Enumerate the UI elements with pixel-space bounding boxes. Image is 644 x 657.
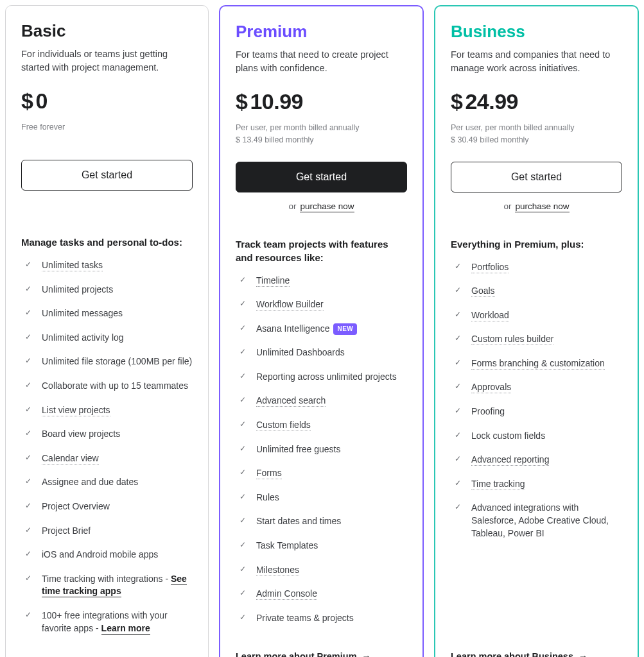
feature-item: Custom fields xyxy=(239,419,407,432)
feature-item: Task Templates xyxy=(239,540,407,552)
feature-label[interactable]: Workflow Builder xyxy=(256,299,324,311)
feature-label[interactable]: Approvals xyxy=(471,382,511,393)
feature-label[interactable]: Custom rules builder xyxy=(471,334,553,345)
feature-item: iOS and Android mobile apps xyxy=(25,549,193,561)
purchase-now-link[interactable]: purchase now xyxy=(515,201,569,212)
feature-item: Advanced reporting xyxy=(455,454,622,466)
plan-subprice: Per user, per month billed annually $ 13… xyxy=(236,122,407,146)
learn-more-link[interactable]: Learn more about Business→ xyxy=(451,651,622,657)
purchase-row xyxy=(21,200,193,212)
feature-label[interactable]: Calendar view xyxy=(42,453,99,465)
plan-card-premium: Premium For teams that need to create pr… xyxy=(219,5,424,657)
feature-label: Advanced integrations with Salesforce, A… xyxy=(471,502,609,538)
feature-trail-link[interactable]: Learn more xyxy=(101,623,150,635)
feature-item: Admin Console xyxy=(239,588,407,601)
feature-item: Unlimited free guests xyxy=(239,443,407,456)
plan-desc: For teams that need to create project pl… xyxy=(236,48,407,76)
feature-item: Unlimited file storage (100MB per file) xyxy=(25,355,193,368)
get-started-button[interactable]: Get started xyxy=(451,162,622,192)
feature-item: List view projects xyxy=(25,404,193,417)
purchase-row: orpurchase now xyxy=(451,201,622,214)
feature-item: Start dates and times xyxy=(239,515,407,528)
feature-label[interactable]: Admin Console xyxy=(256,588,317,600)
feature-label: Lock custom fields xyxy=(471,431,545,441)
feature-label[interactable]: Custom fields xyxy=(256,420,311,431)
feature-label: Time tracking with integrations - xyxy=(42,574,171,584)
learn-more-link[interactable]: Learn more about Premium→ xyxy=(236,651,407,657)
get-started-button[interactable]: Get started xyxy=(21,160,193,191)
feature-label[interactable]: Advanced reporting xyxy=(471,454,549,466)
feature-item: Board view projects xyxy=(25,428,193,441)
features-heading: Track team projects with features and re… xyxy=(236,237,407,264)
feature-label: Proofing xyxy=(471,406,505,416)
purchase-now-link[interactable]: purchase now xyxy=(300,201,354,212)
feature-item: Private teams & projects xyxy=(239,612,407,625)
features-list: Unlimited tasksUnlimited projectsUnlimit… xyxy=(21,259,193,657)
feature-item: Project Overview xyxy=(25,500,193,513)
feature-label: Board view projects xyxy=(42,429,120,439)
feature-label: Collaborate with up to 15 teammates xyxy=(42,380,188,391)
feature-item: Asana IntelligenceNEW xyxy=(239,323,407,336)
feature-item: Custom rules builder xyxy=(455,333,622,346)
feature-label: Private teams & projects xyxy=(256,613,354,623)
pricing-grid: Basic For individuals or teams just gett… xyxy=(5,5,639,657)
feature-label: Project Brief xyxy=(42,525,91,536)
feature-label: Unlimited messages xyxy=(42,308,123,318)
feature-label[interactable]: Portfolios xyxy=(471,262,509,273)
arrow-right-icon: → xyxy=(579,651,587,657)
feature-label: Asana Intelligence xyxy=(256,323,329,334)
feature-item: Workflow Builder xyxy=(239,298,407,311)
feature-label[interactable]: Milestones xyxy=(256,565,299,576)
plan-price: $24.99 xyxy=(451,89,622,114)
feature-item: 100+ free integrations with your favorit… xyxy=(25,610,193,635)
feature-item: Rules xyxy=(239,491,407,504)
feature-item: Forms xyxy=(239,467,407,480)
plan-card-basic: Basic For individuals or teams just gett… xyxy=(5,5,209,657)
feature-item: Time tracking with integrations - See ti… xyxy=(25,573,193,598)
feature-label: Assignee and due dates xyxy=(42,477,138,487)
feature-label: iOS and Android mobile apps xyxy=(42,549,158,559)
plan-name: Premium xyxy=(236,22,407,42)
feature-label[interactable]: Advanced search xyxy=(256,395,326,407)
feature-label[interactable]: Unlimited tasks xyxy=(42,260,103,271)
features-heading: Everything in Premium, plus: xyxy=(451,237,622,251)
feature-label[interactable]: Timeline xyxy=(256,275,290,287)
get-started-button[interactable]: Get started xyxy=(236,162,407,192)
plan-price: $0 xyxy=(21,89,193,114)
feature-item: Timeline xyxy=(239,275,407,287)
feature-label[interactable]: Forms branching & customization xyxy=(471,358,605,370)
features-list: TimelineWorkflow BuilderAsana Intelligen… xyxy=(236,275,407,636)
feature-item: Unlimited tasks xyxy=(25,259,193,272)
new-badge: NEW xyxy=(333,323,357,335)
feature-item: Reporting across unlimited projects xyxy=(239,371,407,384)
feature-item: Unlimited messages xyxy=(25,307,193,320)
plan-subprice: Per user, per month billed annually $ 30… xyxy=(451,122,622,146)
features-list: PortfoliosGoalsWorkloadCustom rules buil… xyxy=(451,261,622,636)
feature-item: Calendar view xyxy=(25,452,193,465)
feature-label: Unlimited file storage (100MB per file) xyxy=(42,356,192,366)
plan-name: Business xyxy=(451,22,622,42)
feature-label[interactable]: Forms xyxy=(256,468,282,479)
feature-label: Start dates and times xyxy=(256,516,341,526)
feature-item: Collaborate with up to 15 teammates xyxy=(25,380,193,393)
feature-label: Unlimited Dashboards xyxy=(256,347,345,357)
feature-label: Unlimited projects xyxy=(42,284,113,294)
feature-item: Unlimited projects xyxy=(25,284,193,296)
plan-price: $10.99 xyxy=(236,89,407,114)
feature-label[interactable]: List view projects xyxy=(42,405,110,416)
feature-label[interactable]: Goals xyxy=(471,286,495,297)
feature-label[interactable]: Workload xyxy=(471,310,509,321)
feature-item: Advanced integrations with Salesforce, A… xyxy=(455,502,622,540)
arrow-right-icon: → xyxy=(362,651,371,657)
feature-label: Task Templates xyxy=(256,540,318,550)
feature-label[interactable]: Time tracking xyxy=(471,479,525,490)
feature-label: Unlimited activity log xyxy=(42,332,124,343)
features-heading: Manage tasks and personal to-dos: xyxy=(21,235,193,249)
feature-item: Goals xyxy=(455,285,622,298)
feature-item: Project Brief xyxy=(25,525,193,538)
feature-label: Reporting across unlimited projects xyxy=(256,371,397,382)
feature-item: Forms branching & customization xyxy=(455,357,622,370)
feature-label: Unlimited free guests xyxy=(256,444,341,454)
feature-item: Milestones xyxy=(239,564,407,577)
plan-desc: For teams and companies that need to man… xyxy=(451,48,622,76)
